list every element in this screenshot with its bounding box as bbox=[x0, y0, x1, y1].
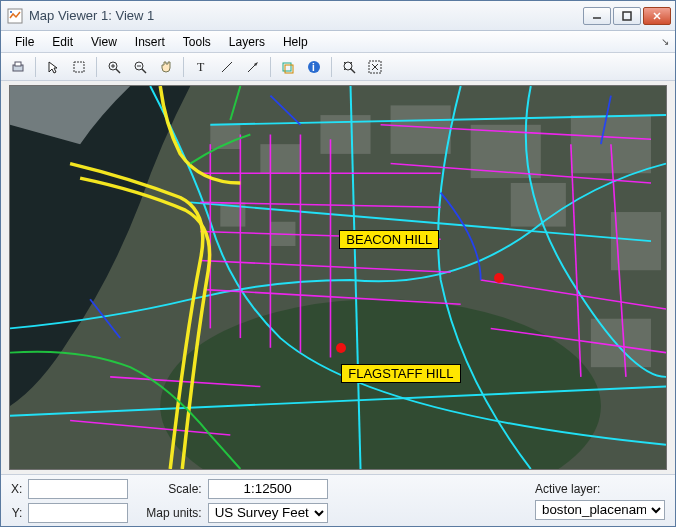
map-point-marker bbox=[494, 273, 504, 283]
svg-rect-3 bbox=[623, 12, 631, 20]
scale-field[interactable] bbox=[208, 479, 328, 499]
svg-text:T: T bbox=[197, 60, 205, 74]
separator bbox=[331, 57, 332, 77]
title-bar: Map Viewer 1: View 1 bbox=[1, 1, 675, 31]
rect-zoom-icon[interactable] bbox=[364, 56, 386, 78]
svg-line-12 bbox=[142, 69, 146, 73]
map-point-marker bbox=[336, 343, 346, 353]
menu-insert[interactable]: Insert bbox=[127, 33, 173, 51]
x-field[interactable] bbox=[28, 479, 128, 499]
svg-rect-29 bbox=[391, 105, 451, 153]
scale-label: Scale: bbox=[146, 482, 201, 496]
line-icon[interactable] bbox=[216, 56, 238, 78]
app-window: Map Viewer 1: View 1 File Edit View Inse… bbox=[0, 0, 676, 527]
crop-icon[interactable] bbox=[277, 56, 299, 78]
scale-units: Scale: Map units: US Survey Feet bbox=[146, 479, 327, 523]
svg-rect-17 bbox=[283, 63, 291, 71]
menu-tools[interactable]: Tools bbox=[175, 33, 219, 51]
svg-line-8 bbox=[116, 69, 120, 73]
pointer-icon[interactable] bbox=[42, 56, 64, 78]
arrow-icon[interactable] bbox=[242, 56, 264, 78]
svg-rect-26 bbox=[210, 125, 240, 149]
activelayer-select[interactable]: boston_placenames bbox=[535, 500, 665, 520]
map-canvas[interactable]: BEACON HILL FLAGSTAFF HILL bbox=[9, 85, 667, 470]
toolbar: T i bbox=[1, 53, 675, 81]
svg-text:i: i bbox=[312, 62, 315, 73]
svg-rect-5 bbox=[15, 62, 21, 66]
pan-icon[interactable] bbox=[155, 56, 177, 78]
menu-help[interactable]: Help bbox=[275, 33, 316, 51]
activelayer-label: Active layer: bbox=[535, 482, 665, 496]
separator bbox=[183, 57, 184, 77]
separator bbox=[270, 57, 271, 77]
svg-line-15 bbox=[222, 62, 232, 72]
menu-file[interactable]: File bbox=[7, 33, 42, 51]
app-icon bbox=[7, 8, 23, 24]
map-svg bbox=[10, 86, 666, 469]
marquee-icon[interactable] bbox=[68, 56, 90, 78]
menu-layers[interactable]: Layers bbox=[221, 33, 273, 51]
svg-rect-18 bbox=[285, 65, 293, 73]
menu-edit[interactable]: Edit bbox=[44, 33, 81, 51]
close-button[interactable] bbox=[643, 7, 671, 25]
y-label: Y: bbox=[11, 506, 22, 520]
separator bbox=[96, 57, 97, 77]
mapunits-label: Map units: bbox=[146, 506, 201, 520]
print-icon[interactable] bbox=[7, 56, 29, 78]
menu-view[interactable]: View bbox=[83, 33, 125, 51]
info-icon[interactable]: i bbox=[303, 56, 325, 78]
x-label: X: bbox=[11, 482, 22, 496]
coord-readout: X: Y: bbox=[11, 479, 128, 523]
zoom-in-icon[interactable] bbox=[103, 56, 125, 78]
svg-point-1 bbox=[10, 11, 12, 13]
svg-rect-36 bbox=[511, 183, 566, 227]
maximize-button[interactable] bbox=[613, 7, 641, 25]
window-buttons bbox=[583, 7, 671, 25]
active-layer: Active layer: boston_placenames bbox=[535, 482, 665, 520]
svg-line-16 bbox=[248, 64, 256, 72]
minimize-button[interactable] bbox=[583, 7, 611, 25]
zoom-extents-icon[interactable] bbox=[338, 56, 360, 78]
dock-toggle-icon[interactable]: ↘ bbox=[661, 36, 669, 47]
map-label-beacon-hill: BEACON HILL bbox=[339, 230, 439, 249]
mapunits-select[interactable]: US Survey Feet bbox=[208, 503, 328, 523]
menu-bar: File Edit View Insert Tools Layers Help … bbox=[1, 31, 675, 53]
text-icon[interactable]: T bbox=[190, 56, 212, 78]
svg-rect-27 bbox=[260, 144, 300, 173]
zoom-out-icon[interactable] bbox=[129, 56, 151, 78]
separator bbox=[35, 57, 36, 77]
window-title: Map Viewer 1: View 1 bbox=[29, 8, 583, 23]
status-panel: X: Y: Scale: Map units: US Survey Feet A… bbox=[1, 474, 675, 526]
y-field[interactable] bbox=[28, 503, 128, 523]
map-label-flagstaff-hill: FLAGSTAFF HILL bbox=[341, 364, 460, 383]
svg-rect-6 bbox=[74, 62, 84, 72]
